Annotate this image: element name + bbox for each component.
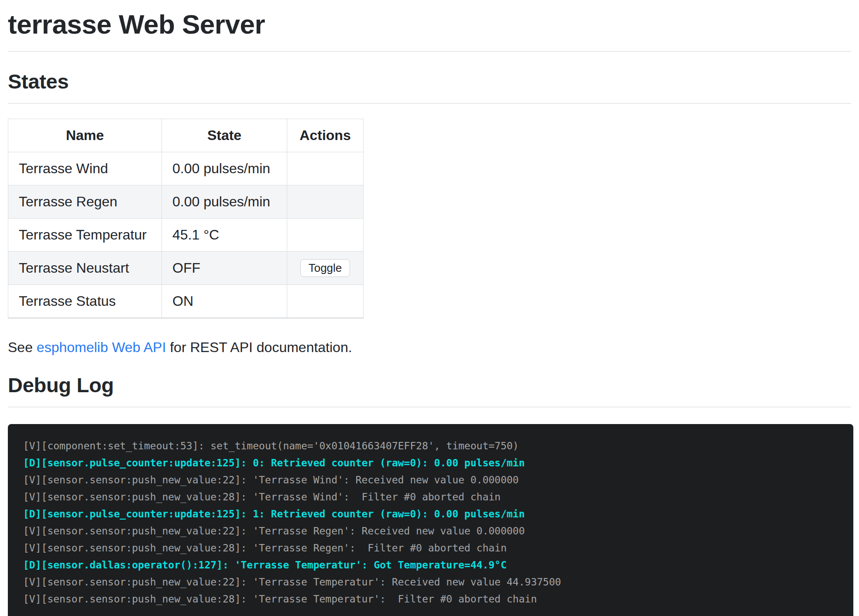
- api-note: See esphomelib Web API for REST API docu…: [8, 339, 851, 356]
- log-line: [D][sensor.pulse_counter:update:125]: 0:…: [23, 455, 853, 472]
- log-line: [D][sensor.pulse_counter:update:125]: 1:…: [23, 506, 853, 523]
- log-line: [V][sensor.sensor:push_new_value:22]: 'T…: [23, 472, 853, 489]
- state-actions: Toggle: [287, 252, 364, 285]
- debug-log-section-title: Debug Log: [8, 373, 851, 397]
- table-row: Terrasse Wind 0.00 pulses/min: [8, 152, 364, 185]
- state-value: OFF: [162, 252, 287, 285]
- state-actions: [287, 219, 364, 252]
- state-value: 45.1 °C: [162, 219, 287, 252]
- states-divider: [8, 103, 851, 104]
- api-note-suffix: for REST API documentation.: [166, 339, 352, 355]
- table-header-row: Name State Actions: [8, 119, 364, 152]
- state-name: Terrasse Regen: [8, 185, 162, 219]
- state-value: 0.00 pulses/min: [162, 185, 287, 219]
- debug-log-divider: [8, 407, 851, 407]
- table-row: Terrasse Regen 0.00 pulses/min: [8, 185, 364, 219]
- table-row: Terrasse Temperatur 45.1 °C: [8, 219, 364, 252]
- state-name: Terrasse Status: [8, 285, 162, 318]
- log-line: [V][component:set_timeout:53]: set_timeo…: [23, 438, 853, 455]
- table-row: Terrasse Neustart OFF Toggle: [8, 252, 364, 285]
- table-row: Terrasse Status ON: [8, 285, 364, 318]
- state-name: Terrasse Temperatur: [8, 219, 162, 252]
- log-line: [D][sensor.dallas:operator():127]: 'Terr…: [23, 557, 853, 574]
- column-header-actions: Actions: [287, 119, 364, 152]
- state-name: Terrasse Wind: [8, 152, 162, 185]
- column-header-state: State: [162, 119, 287, 152]
- state-actions: [287, 185, 364, 219]
- states-table: Name State Actions Terrasse Wind 0.00 pu…: [8, 119, 364, 318]
- title-divider: [8, 51, 851, 52]
- state-actions: [287, 152, 364, 185]
- log-line: [V][sensor.sensor:push_new_value:28]: 'T…: [23, 489, 853, 506]
- toggle-button[interactable]: Toggle: [300, 259, 350, 277]
- log-line: [V][sensor.sensor:push_new_value:28]: 'T…: [23, 591, 853, 608]
- esphomelib-web-api-link[interactable]: esphomelib Web API: [37, 339, 166, 355]
- states-section-title: States: [8, 69, 851, 93]
- api-note-prefix: See: [8, 339, 37, 355]
- log-line: [V][sensor.sensor:push_new_value:22]: 'T…: [23, 574, 853, 591]
- state-name: Terrasse Neustart: [8, 252, 162, 285]
- debug-log-console: [V][component:set_timeout:53]: set_timeo…: [8, 424, 853, 616]
- log-line: [V][sensor.sensor:push_new_value:28]: 'T…: [23, 540, 853, 557]
- log-line: [V][sensor.sensor:push_new_value:22]: 'T…: [23, 523, 853, 540]
- state-value: ON: [162, 285, 287, 318]
- page-title: terrasse Web Server: [8, 9, 851, 40]
- state-actions: [287, 285, 364, 318]
- column-header-name: Name: [8, 119, 162, 152]
- state-value: 0.00 pulses/min: [162, 152, 287, 185]
